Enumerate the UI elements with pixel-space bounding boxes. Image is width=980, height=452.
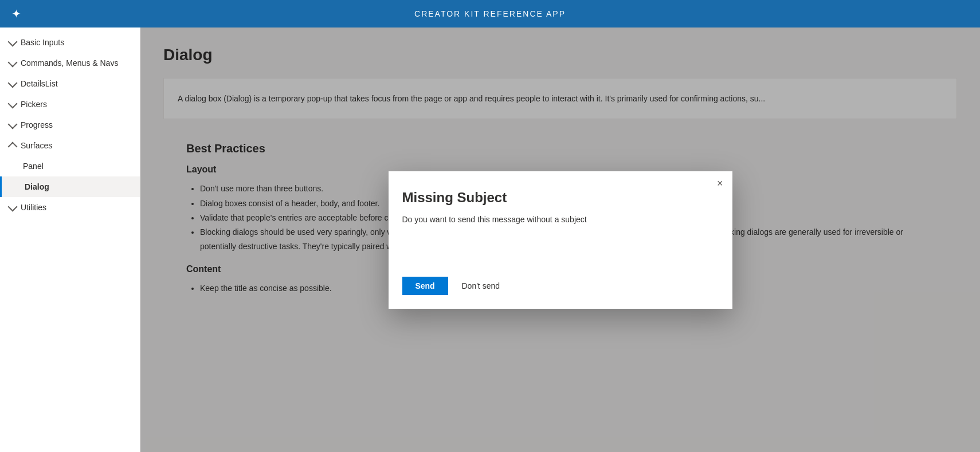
- sidebar-item-progress[interactable]: Progress: [0, 115, 140, 135]
- sidebar: Basic Inputs Commands, Menus & Navs Deta…: [0, 27, 140, 452]
- sidebar-item-label: DetailsList: [21, 79, 58, 88]
- chevron-down-icon: [8, 78, 18, 88]
- sidebar-item-label: Progress: [21, 120, 53, 129]
- sidebar-item-label: Commands, Menus & Navs: [21, 58, 118, 68]
- sidebar-item-label: Pickers: [21, 100, 47, 109]
- sidebar-item-label: Panel: [23, 162, 44, 171]
- dialog-overlay: × Missing Subject Do you want to send th…: [140, 27, 980, 452]
- sidebar-item-commands-menus-navs[interactable]: Commands, Menus & Navs: [0, 53, 140, 73]
- chevron-down-icon: [8, 37, 18, 46]
- app-body: Basic Inputs Commands, Menus & Navs Deta…: [0, 27, 980, 452]
- dialog-close-button[interactable]: ×: [717, 178, 723, 188]
- sidebar-item-dialog[interactable]: Dialog: [0, 176, 140, 197]
- dont-send-button[interactable]: Don't send: [453, 277, 509, 295]
- sidebar-item-surfaces[interactable]: Surfaces: [0, 135, 140, 156]
- chevron-up-icon: [8, 142, 18, 151]
- app-logo: ✦: [11, 7, 21, 21]
- sidebar-item-label: Surfaces: [21, 141, 52, 150]
- main-content: Dialog A dialog box (Dialog) is a tempor…: [140, 27, 980, 452]
- send-button[interactable]: Send: [402, 277, 448, 295]
- sidebar-item-detailslist[interactable]: DetailsList: [0, 73, 140, 94]
- chevron-down-icon: [8, 119, 18, 129]
- dialog: × Missing Subject Do you want to send th…: [389, 171, 732, 309]
- sidebar-item-panel[interactable]: Panel: [0, 156, 140, 176]
- app-header: ✦ CREATOR KIT REFERENCE APP: [0, 0, 980, 27]
- sidebar-item-utilities[interactable]: Utilities: [0, 197, 140, 218]
- dialog-body: Do you want to send this message without…: [402, 215, 719, 249]
- sidebar-item-label: Utilities: [21, 203, 46, 212]
- sidebar-item-pickers[interactable]: Pickers: [0, 94, 140, 115]
- sidebar-item-label: Dialog: [25, 182, 49, 191]
- chevron-down-icon: [8, 99, 18, 108]
- chevron-down-icon: [8, 202, 18, 211]
- sidebar-item-label: Basic Inputs: [21, 38, 64, 47]
- app-title: CREATOR KIT REFERENCE APP: [414, 9, 566, 18]
- chevron-down-icon: [8, 57, 18, 67]
- dialog-title: Missing Subject: [402, 190, 719, 206]
- dialog-footer: Send Don't send: [402, 277, 719, 295]
- sidebar-item-basic-inputs[interactable]: Basic Inputs: [0, 32, 140, 53]
